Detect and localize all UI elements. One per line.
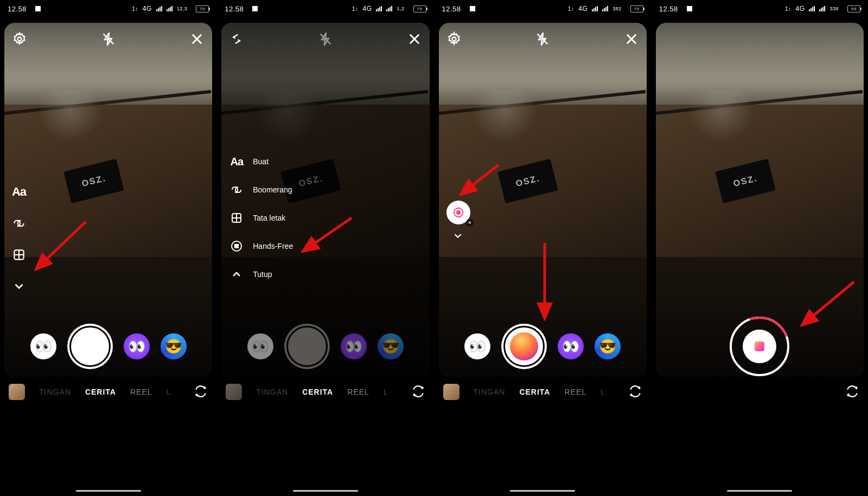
menu-item-layout[interactable]: Tata letak: [229, 210, 293, 226]
tab-live[interactable]: L: [384, 388, 388, 396]
handsfree-mode-badge[interactable]: ✕: [446, 201, 470, 224]
flip-camera-button[interactable]: [628, 384, 642, 400]
tab-reel[interactable]: REEL: [564, 388, 586, 396]
screenshot-2: 12.58 1↕ 4G 1,2 70 OSZ.: [217, 0, 434, 496]
expand-menu-button[interactable]: [10, 277, 28, 295]
filter-eyes[interactable]: 👀: [30, 333, 56, 359]
menu-item-boomerang[interactable]: Boomerang: [229, 182, 293, 197]
shutter-row: 👀 👀 😎: [439, 321, 647, 371]
filter-eyes[interactable]: 👀: [247, 333, 273, 359]
expand-menu-button[interactable]: [452, 230, 464, 244]
screenshot-3: 12.58 1↕ 4G 382 70 OSZ.: [435, 0, 652, 496]
close-button[interactable]: [621, 28, 642, 50]
mode-tabs: TINGAN CERITA REEL L: [217, 379, 433, 405]
infinity-icon: [229, 182, 244, 197]
filter-rainbow[interactable]: 😎: [378, 333, 404, 359]
camera-viewfinder[interactable]: OSZ. Aa 👀 👀 😎: [4, 23, 212, 378]
status-bar: 12.58 1↕ 4G 338 59: [652, 0, 868, 17]
tab-story[interactable]: CERITA: [519, 388, 550, 396]
clock: 12.58: [225, 5, 244, 13]
signal-icon: [376, 6, 382, 11]
gallery-thumbnail[interactable]: [443, 384, 459, 400]
menu-item-handsfree[interactable]: Hands-Free: [229, 239, 293, 254]
menu-item-close[interactable]: Tutup: [229, 267, 293, 282]
screenshot-1: 12.58 1↕ 4G 12,3 70 OSZ.: [0, 0, 217, 496]
left-tools: Aa: [10, 183, 28, 295]
gallery-thumbnail[interactable]: [226, 384, 242, 400]
updown-icon: 1↕: [785, 6, 792, 12]
tab-story[interactable]: CERITA: [302, 388, 333, 396]
clear-mode-button[interactable]: ✕: [466, 219, 474, 227]
tab-post[interactable]: TINGAN: [474, 388, 506, 396]
signal-icon: [809, 6, 815, 11]
status-bar: 12.58 1↕ 4G 12,3 70: [0, 0, 216, 17]
status-bar: 12.58 1↕ 4G 382 70: [435, 0, 651, 17]
tab-post[interactable]: TINGAN: [39, 388, 71, 396]
shutter-row: 👀 👀 😎: [4, 321, 212, 371]
net-label: 4G: [143, 5, 152, 12]
battery-icon: 70: [630, 5, 643, 12]
flash-off-button[interactable]: [532, 28, 553, 50]
flash-off-button[interactable]: [315, 28, 336, 50]
create-menu: AaBuat Boomerang Tata letak Hands-Free T…: [229, 154, 293, 282]
camera-viewfinder[interactable]: OSZ. ✕ 👀 👀 😎: [439, 23, 647, 378]
create-text-button[interactable]: Aa: [10, 183, 28, 201]
filter-pink[interactable]: 👀: [124, 333, 150, 359]
tab-story[interactable]: CERITA: [85, 388, 116, 396]
boomerang-button[interactable]: [10, 214, 28, 233]
tab-reel[interactable]: REEL: [130, 388, 152, 396]
signal2-icon: [167, 6, 173, 11]
square-icon: [35, 6, 41, 11]
svg-point-16: [452, 37, 456, 41]
filter-pink[interactable]: 👀: [341, 333, 367, 359]
flip-camera-button[interactable]: [845, 384, 859, 400]
signal-icon: [592, 6, 598, 11]
shutter-row: 👀 👀 😎: [221, 321, 429, 371]
home-indicator: [76, 490, 141, 492]
mode-tabs: TINGAN CERITA REEL L: [435, 379, 651, 405]
close-button[interactable]: [186, 28, 208, 50]
status-bar: 12.58 1↕ 4G 1,2 70: [217, 0, 433, 17]
close-button[interactable]: [404, 28, 425, 50]
battery-icon: 70: [413, 5, 426, 12]
filter-rainbow[interactable]: 😎: [161, 333, 187, 359]
flip-camera-button[interactable]: [411, 384, 425, 400]
filter-pink[interactable]: 👀: [558, 333, 584, 359]
stop-record-button[interactable]: [730, 317, 789, 376]
tab-live[interactable]: L: [167, 388, 171, 396]
tab-live[interactable]: L: [601, 388, 605, 396]
shutter-button[interactable]: [501, 324, 547, 369]
net-label: 4G: [578, 5, 588, 12]
text-icon: Aa: [229, 154, 244, 169]
net-label: 4G: [362, 5, 372, 12]
camera-viewfinder[interactable]: OSZ.: [656, 23, 864, 378]
layout-button[interactable]: [10, 246, 28, 264]
tab-reel[interactable]: REEL: [347, 388, 369, 396]
flash-off-button[interactable]: [98, 28, 119, 50]
layout-icon: [229, 210, 244, 226]
signal-icon: [156, 6, 162, 11]
shutter-button[interactable]: [284, 324, 330, 369]
signal2-icon: [602, 6, 608, 11]
home-indicator: [293, 490, 358, 492]
updown-icon: 1↕: [568, 6, 575, 12]
signal2-icon: [386, 6, 392, 11]
mode-tabs: TINGAN CERITA REEL L: [0, 379, 216, 405]
back-button[interactable]: [226, 28, 247, 50]
shutter-button[interactable]: [67, 324, 113, 369]
settings-button[interactable]: [9, 28, 30, 50]
battery-icon: 70: [196, 5, 209, 12]
menu-item-create[interactable]: AaBuat: [229, 154, 293, 169]
filter-eyes[interactable]: 👀: [464, 333, 490, 359]
speed-label: 382: [612, 6, 622, 11]
settings-button[interactable]: [443, 28, 465, 50]
filter-rainbow[interactable]: 😎: [595, 333, 621, 359]
tab-post[interactable]: TINGAN: [256, 388, 288, 396]
gallery-thumbnail[interactable]: [9, 384, 25, 400]
square-icon: [252, 6, 258, 11]
clock: 12.58: [8, 5, 27, 13]
flip-camera-button[interactable]: [194, 384, 208, 400]
battery-icon: 59: [847, 5, 860, 12]
home-indicator: [727, 490, 792, 492]
camera-viewfinder[interactable]: OSZ. AaBuat Boomerang Tata letak Hands-F…: [221, 23, 429, 378]
